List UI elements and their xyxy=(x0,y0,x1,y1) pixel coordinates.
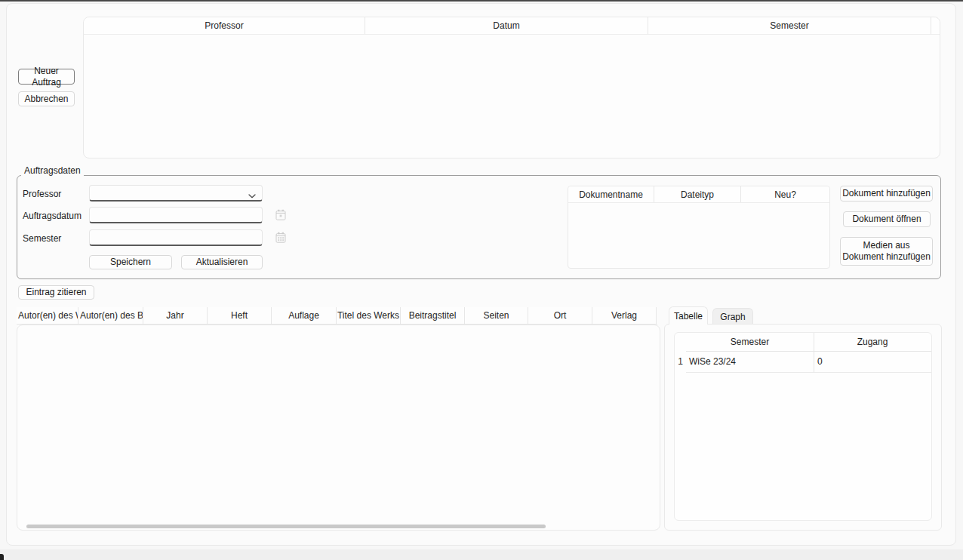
entries-table-header: Autor(en) des Werks Autor(en) des Beitra… xyxy=(17,307,657,325)
documents-column-filetype[interactable]: Dateityp xyxy=(654,186,741,202)
tab-graph[interactable]: Graph xyxy=(712,308,753,325)
add-media-from-document-button[interactable]: Medien aus Dokument hinzufügen xyxy=(840,237,933,266)
entries-column-work-authors[interactable]: Autor(en) des Werks xyxy=(17,307,78,324)
tab-tabelle[interactable]: Tabelle xyxy=(669,306,708,325)
orders-column-semester[interactable]: Semester xyxy=(648,17,931,34)
orders-table-body xyxy=(84,35,940,158)
entries-column-contribution-authors[interactable]: Autor(en) des Beitrags xyxy=(78,307,143,324)
bottom-left-artifact xyxy=(0,554,4,560)
professor-combobox[interactable] xyxy=(89,185,263,202)
orders-column-datum[interactable]: Datum xyxy=(365,17,648,34)
order-data-group-title: Auftragsdaten xyxy=(21,165,84,176)
window-bottom-strip xyxy=(0,549,963,560)
calendar-grid-icon[interactable] xyxy=(275,232,286,245)
save-button[interactable]: Speichern xyxy=(89,255,172,269)
order-date-input[interactable] xyxy=(90,208,262,222)
stats-row-1-semester: WiSe 23/24 xyxy=(689,351,736,372)
entries-column-edition[interactable]: Auflage xyxy=(272,307,337,324)
semester-label: Semester xyxy=(23,232,61,245)
professor-combobox-input[interactable] xyxy=(90,186,262,200)
professor-label: Professor xyxy=(23,188,61,200)
order-date-label: Auftragsdatum xyxy=(23,210,82,222)
order-date-field[interactable] xyxy=(89,207,263,223)
cancel-button[interactable]: Abbrechen xyxy=(18,91,75,106)
stats-row-1[interactable]: 1 WiSe 23/24 0 xyxy=(675,351,931,372)
entries-column-year[interactable]: Jahr xyxy=(143,307,208,324)
documents-table-header: Dokumentname Dateityp Neu? xyxy=(568,186,829,203)
documents-table-body xyxy=(568,203,829,268)
stats-row-1-number: 1 xyxy=(675,351,686,372)
semester-input[interactable] xyxy=(90,230,262,245)
add-document-button[interactable]: Dokument hinzufügen xyxy=(840,186,933,202)
window-top-edge xyxy=(0,0,963,2)
refresh-button[interactable]: Aktualisieren xyxy=(181,255,263,269)
new-order-button[interactable]: Neuer Auftrag xyxy=(18,69,75,85)
orders-table-header: Professor Datum Semester xyxy=(84,17,940,35)
chevron-down-icon xyxy=(248,191,257,202)
documents-column-new[interactable]: Neu? xyxy=(741,186,829,202)
entries-column-place[interactable]: Ort xyxy=(528,307,592,324)
entries-column-pages[interactable]: Seiten xyxy=(465,307,528,324)
stats-table: Semester Zugang 1 WiSe 23/24 0 xyxy=(674,332,932,521)
entries-column-contribution-title[interactable]: Beitragstitel xyxy=(401,307,465,324)
orders-table: Professor Datum Semester xyxy=(83,17,940,158)
app-window: Professor Datum Semester Neuer Auftrag A… xyxy=(0,0,963,560)
entries-table-body xyxy=(17,325,660,531)
entries-horizontal-scrollbar[interactable] xyxy=(26,525,546,528)
entries-column-issue[interactable]: Heft xyxy=(208,307,272,324)
entries-column-work-title[interactable]: Titel des Werks xyxy=(337,307,401,324)
semester-field[interactable] xyxy=(89,229,263,246)
stats-row-1-zugang: 0 xyxy=(817,351,823,372)
cite-entry-button[interactable]: Eintrag zitieren xyxy=(18,285,94,300)
calendar-day-icon[interactable] xyxy=(275,209,286,223)
stats-column-semester[interactable]: Semester xyxy=(686,333,814,351)
documents-table: Dokumentname Dateityp Neu? xyxy=(568,186,830,269)
orders-column-professor[interactable]: Professor xyxy=(84,17,365,34)
open-document-button[interactable]: Dokument öffnen xyxy=(843,211,931,227)
stats-column-zugang[interactable]: Zugang xyxy=(814,333,931,351)
documents-column-name[interactable]: Dokumentname xyxy=(568,186,654,202)
stats-row-1-underline xyxy=(686,372,931,373)
entries-column-publisher[interactable]: Verlag xyxy=(592,307,657,324)
